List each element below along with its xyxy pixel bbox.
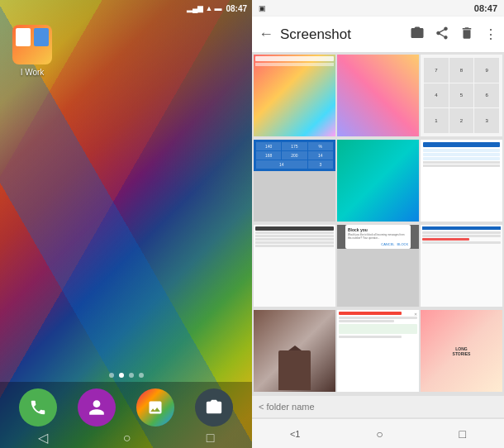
- dot-3: [129, 373, 134, 378]
- right-back-nav[interactable]: <1: [290, 429, 301, 439]
- left-status-bar: ▂▄▆ ▲ ▬ 08:47: [0, 0, 252, 17]
- more-toolbar-icon[interactable]: ⋮: [484, 26, 497, 42]
- dock-photos-icon[interactable]: [136, 388, 174, 427]
- signal-icon: ▂▄▆: [187, 4, 203, 12]
- folder-bar: < folder name: [252, 395, 504, 418]
- time-display: 08:47: [226, 4, 247, 13]
- thumb-1[interactable]: [254, 55, 335, 136]
- right-status-bar: ▣ 08:47: [252, 0, 504, 17]
- iwork-app-icon[interactable]: [12, 25, 52, 64]
- wifi-icon: ▲: [206, 4, 213, 12]
- dock-icons-row: [0, 382, 252, 430]
- right-time: 08:47: [474, 3, 497, 13]
- dot-1: [109, 373, 114, 378]
- thumb-8[interactable]: Block you Would you like to block all in…: [337, 225, 419, 307]
- right-status-left: ▣: [259, 4, 266, 12]
- back-nav-icon[interactable]: ◁: [38, 430, 48, 446]
- screenshot-icon: ▣: [259, 4, 266, 12]
- right-toolbar: ← Screenshot ⋮: [252, 17, 504, 53]
- home-nav-icon[interactable]: ○: [123, 431, 131, 446]
- page-dots: [0, 373, 252, 378]
- thumb-5[interactable]: [337, 140, 419, 222]
- thumb-12[interactable]: LONGSTORIES: [421, 310, 502, 392]
- recents-nav-icon[interactable]: □: [207, 431, 215, 446]
- share-toolbar-icon[interactable]: [435, 26, 449, 44]
- thumb-4[interactable]: 140 175 % 168 200 14 14 3: [254, 140, 335, 222]
- battery-icon: ▬: [214, 4, 221, 12]
- bottom-dock: ◁ ○ □: [0, 382, 252, 448]
- iwork-app-label: I Work: [21, 68, 45, 77]
- thumb-7[interactable]: [254, 225, 335, 307]
- thumb-10[interactable]: [254, 310, 335, 392]
- left-panel: ▂▄▆ ▲ ▬ 08:47 I Work: [0, 0, 252, 448]
- toolbar-title: Screenshot: [280, 26, 403, 43]
- toolbar-icons: ⋮: [410, 26, 497, 44]
- right-home-nav[interactable]: ○: [376, 427, 383, 441]
- thumb-2[interactable]: [337, 55, 419, 136]
- dot-2: [119, 373, 124, 378]
- camera-toolbar-icon[interactable]: [410, 26, 425, 44]
- delete-toolbar-icon[interactable]: [459, 26, 474, 44]
- folder-name-label: < folder name: [259, 402, 315, 412]
- right-panel: ▣ 08:47 ← Screenshot ⋮: [252, 0, 504, 448]
- thumb-3[interactable]: 7 8 9 4 5 6 1 2 3: [421, 55, 502, 136]
- right-nav-bar: <1 ○ □: [252, 418, 504, 448]
- dock-contacts-icon[interactable]: [78, 388, 116, 427]
- dot-4: [139, 373, 144, 378]
- left-status-icons: ▂▄▆ ▲ ▬ 08:47: [187, 4, 247, 13]
- thumb-9[interactable]: [421, 225, 502, 307]
- thumb-6[interactable]: [421, 140, 502, 222]
- thumb-11[interactable]: ✕: [337, 310, 419, 392]
- dock-camera-icon[interactable]: [195, 388, 233, 427]
- gallery-grid: 7 8 9 4 5 6 1 2 3 140 175 % 168 200 14 1…: [252, 53, 504, 395]
- app-icon-container[interactable]: I Work: [12, 25, 52, 77]
- dock-phone-icon[interactable]: [19, 388, 57, 427]
- nav-bar: ◁ ○ □: [0, 430, 252, 448]
- right-recents-nav[interactable]: □: [459, 427, 466, 441]
- back-button[interactable]: ←: [259, 26, 273, 43]
